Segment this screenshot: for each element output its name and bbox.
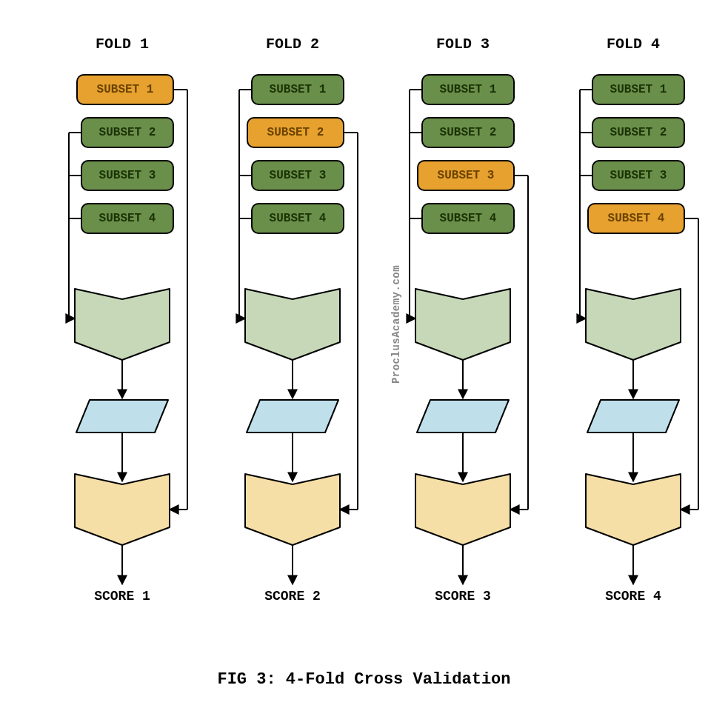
fold-1-subset-4: SUBSET 4 xyxy=(81,203,174,234)
fold-3-subset-4: SUBSET 4 xyxy=(421,203,515,234)
model-1: MODEL 1 xyxy=(76,400,168,433)
score-1-label: SCORE 1 xyxy=(70,589,174,604)
train-model-1-label: TRAINMODEL 1 xyxy=(75,307,170,335)
score-3-label: SCORE 3 xyxy=(411,589,515,604)
evaluate-model-1: EVALUATEMODEL 1 xyxy=(75,474,170,545)
fold-4-subset-3: SUBSET 3 xyxy=(592,160,685,191)
evaluate-model-2-label: EVALUATEMODEL 2 xyxy=(245,492,340,520)
fold-title-2: FOLD 2 xyxy=(241,36,344,53)
train-model-4: TRAINMODEL 4 xyxy=(586,289,681,360)
train-model-3: TRAINMODEL 3 xyxy=(415,289,510,360)
model-4: MODEL 4 xyxy=(587,400,679,433)
fold-1-subset-3: SUBSET 3 xyxy=(81,160,174,191)
fold-4-subset-1: SUBSET 1 xyxy=(592,74,685,105)
evaluate-model-3: EVALUATEMODEL 3 xyxy=(415,474,510,545)
fold-3-subset-3: SUBSET 3 xyxy=(417,160,515,191)
fold-2-subset-3: SUBSET 3 xyxy=(251,160,344,191)
fold-1-subset-1: SUBSET 1 xyxy=(76,74,174,105)
fold-2-subset-4: SUBSET 4 xyxy=(251,203,344,234)
evaluate-model-3-label: EVALUATEMODEL 3 xyxy=(415,492,510,520)
fold-2-subset-1: SUBSET 1 xyxy=(251,74,344,105)
fold-2-subset-2: SUBSET 2 xyxy=(247,117,344,148)
evaluate-model-2: EVALUATEMODEL 2 xyxy=(245,474,340,545)
score-2-label: SCORE 2 xyxy=(241,589,344,604)
model-3: MODEL 3 xyxy=(417,400,509,433)
watermark: ProclusAcademy.com xyxy=(390,265,402,384)
fold-3-subset-1: SUBSET 1 xyxy=(421,74,515,105)
train-model-3-label: TRAINMODEL 3 xyxy=(415,307,510,335)
fold-title-4: FOLD 4 xyxy=(581,36,685,53)
model-3-label: MODEL 3 xyxy=(417,409,509,421)
fold-title-3: FOLD 3 xyxy=(411,36,515,53)
evaluate-model-1-label: EVALUATEMODEL 1 xyxy=(75,492,170,520)
fold-4-subset-4: SUBSET 4 xyxy=(587,203,685,234)
evaluate-model-4-label: EVALUATEMODEL 4 xyxy=(586,492,681,520)
figure-caption: FIG 3: 4-Fold Cross Validation xyxy=(0,670,728,689)
model-1-label: MODEL 1 xyxy=(76,409,168,421)
fold-title-1: FOLD 1 xyxy=(70,36,174,53)
score-4-label: SCORE 4 xyxy=(581,589,685,604)
train-model-4-label: TRAINMODEL 4 xyxy=(586,307,681,335)
fold-3-subset-2: SUBSET 2 xyxy=(421,117,515,148)
train-model-1: TRAINMODEL 1 xyxy=(75,289,170,360)
model-4-label: MODEL 4 xyxy=(587,409,679,421)
evaluate-model-4: EVALUATEMODEL 4 xyxy=(586,474,681,545)
fold-4-subset-2: SUBSET 2 xyxy=(592,117,685,148)
train-model-2: TRAINMODEL 2 xyxy=(245,289,340,360)
model-2-label: MODEL 2 xyxy=(247,409,338,421)
model-2: MODEL 2 xyxy=(247,400,338,433)
fold-1-subset-2: SUBSET 2 xyxy=(81,117,174,148)
train-model-2-label: TRAINMODEL 2 xyxy=(245,307,340,335)
